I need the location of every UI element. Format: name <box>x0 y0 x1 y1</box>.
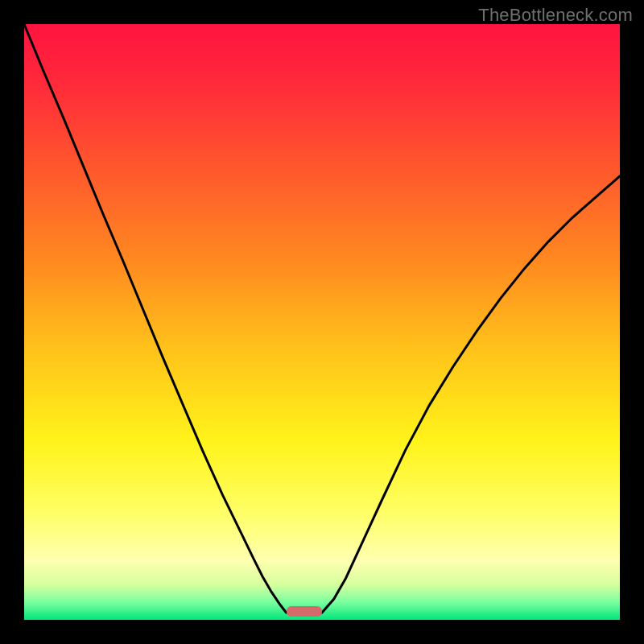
optimum-marker <box>287 606 322 617</box>
curves-layer <box>24 24 620 620</box>
watermark-text: TheBottleneck.com <box>478 5 633 26</box>
plot-area <box>24 24 620 620</box>
chart-frame: TheBottleneck.com <box>0 0 644 644</box>
right-curve <box>322 176 620 613</box>
left-curve <box>24 24 287 613</box>
